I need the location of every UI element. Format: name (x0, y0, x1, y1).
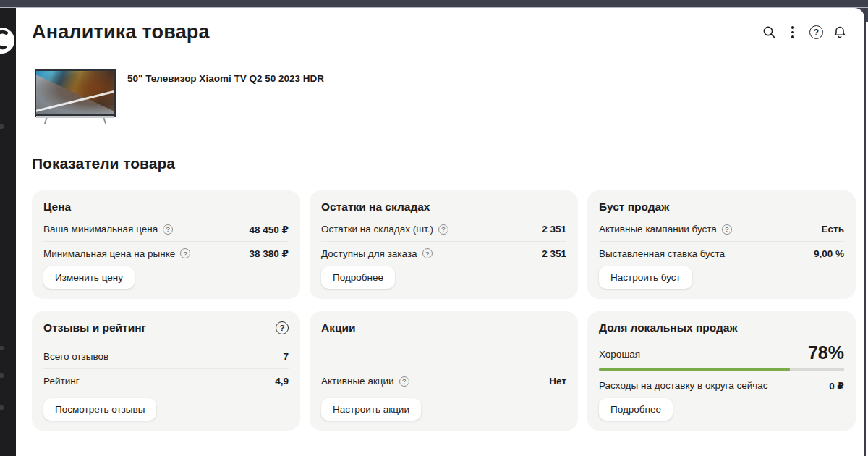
product-image (35, 69, 116, 124)
local-share-details-button[interactable]: Подробнее (599, 398, 673, 421)
metric-label: Активные акции (321, 376, 394, 387)
metric-value: 0 ₽ (829, 380, 844, 392)
search-icon[interactable] (762, 25, 776, 40)
help-icon[interactable] (276, 321, 289, 334)
page-header: Аналитика товара (32, 21, 847, 43)
metric-label: Активные кампании буста (599, 224, 717, 235)
yandex-market-logo-icon[interactable] (0, 27, 15, 54)
metric-row: Ваша минимальная цена 48 450 ₽ (43, 217, 289, 241)
card-title: Доля локальных продаж (599, 321, 844, 334)
metric-label: Минимальная цена на рынке (43, 248, 175, 259)
metric-value: 7 (283, 351, 289, 362)
metric-row: Рейтинг 4,9 (43, 368, 289, 392)
header-actions (762, 25, 847, 40)
metric-value: Есть (822, 224, 844, 235)
help-icon[interactable] (809, 25, 823, 39)
metric-label: Всего отзывов (43, 351, 109, 362)
share-progress-fill (599, 368, 790, 371)
card-promotions: Акции Активные акции Нет Настроить акции (310, 311, 578, 431)
metric-row: Активные акции Нет (321, 369, 566, 393)
card-local-share: Доля локальных продаж Хорошая 78% Расход… (587, 311, 856, 431)
help-icon[interactable] (399, 376, 409, 387)
bell-icon[interactable] (833, 25, 847, 40)
sidebar-menu-icon[interactable] (0, 373, 4, 378)
card-title: Остатки на складах (321, 200, 566, 214)
section-title: Показатели товара (32, 155, 175, 172)
product-summary: 50" Телевизор Xiaomi TV Q2 50 2023 HDR (35, 69, 324, 124)
card-price: Цена Ваша минимальная цена 48 450 ₽ Мини… (32, 190, 300, 299)
metric-row: Минимальная цена на рынке 38 380 ₽ (43, 241, 289, 265)
metric-value: 48 450 ₽ (250, 224, 289, 235)
share-progress-bar (599, 368, 844, 371)
metric-value: Нет (549, 376, 566, 387)
change-price-button[interactable]: Изменить цену (43, 266, 135, 289)
card-stock: Остатки на складах Остатки на складах (ш… (310, 190, 578, 299)
metric-row: Расходы на доставку в округа сейчас 0 ₽ (599, 373, 844, 397)
product-title: 50" Телевизор Xiaomi TV Q2 50 2023 HDR (127, 73, 324, 124)
help-icon[interactable] (180, 248, 190, 258)
metric-value: 38 380 ₽ (250, 248, 289, 259)
metric-value: 9,00 % (814, 248, 844, 259)
page-title: Аналитика товара (32, 21, 210, 43)
help-icon[interactable] (722, 224, 732, 235)
metric-label: Выставленная ставка буста (599, 248, 725, 259)
configure-promotions-button[interactable]: Настроить акции (321, 398, 421, 421)
share-percent: 78% (808, 344, 844, 362)
card-title: Цена (43, 200, 289, 214)
main-panel: Аналитика товара (16, 8, 864, 456)
help-icon[interactable] (438, 224, 448, 235)
sidebar-menu-icon[interactable] (0, 405, 4, 410)
view-reviews-button[interactable]: Посмотреть отзывы (43, 398, 156, 421)
metric-value: 2 351 (542, 248, 566, 259)
metric-row: Доступны для заказа 2 351 (321, 241, 566, 265)
metric-value: 4,9 (275, 376, 289, 387)
app-sidebar[interactable] (0, 8, 16, 456)
sidebar-menu-icon[interactable] (0, 346, 4, 350)
share-quality-label: Хорошая (599, 349, 640, 362)
metric-row: Всего отзывов 7 (43, 345, 289, 368)
metric-row: Активные кампании буста Есть (599, 217, 844, 241)
metric-label: Рейтинг (43, 376, 80, 387)
window-top-bar (0, 0, 868, 8)
metric-row: Остатки на складах (шт.) 2 351 (321, 217, 566, 241)
kebab-menu-icon[interactable] (786, 25, 800, 40)
help-icon[interactable] (163, 224, 173, 235)
configure-boost-button[interactable]: Настроить буст (599, 266, 692, 289)
metric-label: Остатки на складах (шт.) (321, 224, 433, 235)
card-title: Отзывы и рейтинг (43, 321, 146, 334)
metric-value: 2 351 (542, 224, 566, 235)
metric-label: Расходы на доставку в округа сейчас (599, 380, 768, 391)
sidebar-menu-icon[interactable] (0, 124, 4, 129)
window-right-edge (864, 0, 866, 456)
metric-label: Ваша минимальная цена (43, 224, 158, 235)
card-title: Акции (321, 321, 566, 334)
metric-label: Доступны для заказа (321, 248, 417, 259)
card-reviews: Отзывы и рейтинг Всего отзывов 7 Рейтинг… (32, 311, 300, 431)
card-title: Буст продаж (599, 200, 844, 214)
card-boost: Буст продаж Активные кампании буста Есть… (587, 190, 856, 299)
stock-details-button[interactable]: Подробнее (321, 266, 395, 289)
metrics-grid: Цена Ваша минимальная цена 48 450 ₽ Мини… (32, 190, 856, 431)
metric-row: Выставленная ставка буста 9,00 % (599, 241, 844, 265)
help-icon[interactable] (422, 248, 433, 258)
